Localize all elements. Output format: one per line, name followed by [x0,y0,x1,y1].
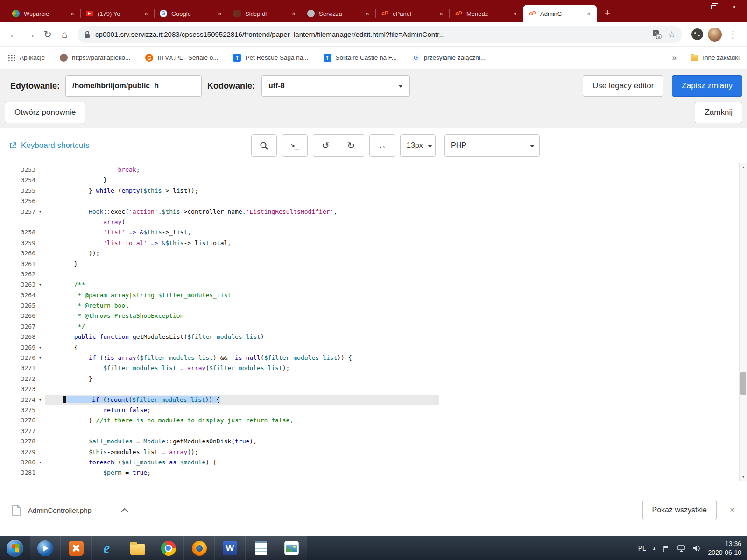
maximize-button[interactable] [703,0,724,14]
redo-button[interactable]: ↻ [338,134,364,157]
code-text[interactable]: if (!count($filter_modules_list)) { [45,395,439,405]
browser-tab[interactable]: (179) Yo× [80,5,154,22]
window-close-button[interactable]: × [724,0,744,14]
browser-tab[interactable]: Wsparcie× [7,5,80,22]
code-text[interactable]: } while (empty($this->_list)); [45,186,439,196]
code-text[interactable]: 'list_total' => &$this->_listTotal, [45,238,439,248]
browser-tab[interactable]: cPMenedż× [449,5,523,22]
encoding-select[interactable]: utf-8 [261,75,410,97]
code-text[interactable]: } //if there is no modules to display ju… [45,415,439,426]
bookmark-item[interactable]: https://parafiapieko... [60,54,130,62]
fold-marker-icon[interactable]: ▾ [35,395,45,405]
code-text[interactable] [45,196,439,206]
taskbar-clock[interactable]: 13:36 2020-06-10 [708,539,741,556]
language-select[interactable]: PHP [444,134,540,157]
taskbar-item-internet-explorer[interactable]: e [92,536,122,560]
fold-marker-icon[interactable]: ▾ [35,457,45,468]
code-text[interactable]: $this->modules_list = array(); [45,447,439,457]
taskbar-item-notepad[interactable] [246,536,276,560]
forward-button[interactable]: → [22,26,39,43]
code-text[interactable]: return false; [45,405,439,415]
collapse-chevron-icon[interactable] [120,508,129,513]
network-icon[interactable] [677,545,685,552]
code-text[interactable]: foreach ($all_modules as $module) { [45,457,439,468]
home-button[interactable]: ⌂ [56,26,73,43]
terminal-button[interactable]: >_ [282,134,308,157]
code-text[interactable]: } [45,259,439,269]
code-text[interactable]: break; [45,165,439,175]
browser-tab[interactable]: Servizza× [302,5,375,22]
address-bar[interactable]: cp0001.srv.servizza.it:2083/cpsess150952… [78,26,682,43]
show-all-button[interactable]: Pokaż wszystkie [642,500,717,520]
bookmark-item[interactable]: Aplikacje [7,54,45,62]
font-size-select[interactable]: 13px [400,134,436,157]
keyboard-shortcuts-link[interactable]: Keyboard shortcuts [9,141,89,150]
code-text[interactable]: array( [45,217,439,227]
flag-icon[interactable] [662,545,670,552]
start-button[interactable] [0,536,30,560]
browser-tab[interactable]: cPcPanel -× [375,5,449,22]
code-text[interactable]: * @return bool [45,301,439,311]
scroll-up-icon[interactable]: ▴ [740,164,747,169]
code-text[interactable]: $perm = true; [45,468,439,478]
tab-close-icon[interactable]: × [216,9,224,18]
code-text[interactable]: 'list' => &$this->_list, [45,227,439,238]
scrollbar-thumb[interactable] [740,372,746,395]
editor-scrollbar[interactable]: ▴ ▾ [739,163,747,481]
bookmark-item[interactable]: fSolitaire Castle na F... [324,54,397,62]
code-text[interactable]: * @param array|string $filter_modules_li… [45,290,439,301]
tab-close-icon[interactable]: × [142,9,150,18]
save-changes-button[interactable]: Zapisz zmiany [672,75,742,97]
taskbar-item-firefox[interactable] [184,536,215,560]
fold-marker-icon[interactable]: ▾ [35,280,45,290]
wrap-toggle-button[interactable]: ↔ [369,134,395,157]
file-path-input[interactable] [65,75,202,97]
browser-tab[interactable]: cPAdminC× [523,5,597,22]
back-button[interactable]: ← [6,26,22,43]
taskbar-item-orange-app[interactable] [61,536,92,560]
volume-icon[interactable] [692,545,701,552]
browser-menu-icon[interactable]: ⋮ [725,26,741,43]
taskbar-item-word[interactable]: W [215,536,246,560]
hidden-icons-chevron[interactable]: ▴ [653,545,656,551]
tab-close-icon[interactable]: × [363,9,372,18]
tab-close-icon[interactable]: × [289,9,298,18]
fold-marker-icon[interactable]: ▾ [35,207,45,217]
browser-tab[interactable]: Sklep dl× [228,5,302,22]
fold-marker-icon[interactable]: ▾ [35,353,45,363]
browser-tab[interactable]: GGoogle× [154,5,228,22]
search-button[interactable] [251,134,277,157]
reopen-button[interactable]: Otwórz ponownie [5,102,85,123]
keyboard-language[interactable]: PL [638,545,646,552]
taskbar-item-file-explorer[interactable] [122,536,153,560]
tab-close-icon[interactable]: × [585,9,593,18]
taskbar-item-chrome[interactable] [153,536,184,560]
taskbar-item-photo-viewer[interactable] [276,536,307,560]
code-text[interactable]: /** [45,280,439,290]
profile-avatar[interactable] [708,28,722,42]
code-text[interactable]: if (!is_array($filter_modules_list) && !… [45,353,439,363]
code-text[interactable]: public function getModulesList($filter_m… [45,332,439,342]
new-tab-button[interactable]: + [600,6,614,20]
reload-button[interactable]: ↻ [39,26,56,43]
code-text[interactable]: if ($module->id) { [45,478,439,481]
code-text[interactable]: Hook::exec('action'.$this->controller_na… [45,207,439,217]
code-editor[interactable]: 3253 break;3254 }3255 } while (empty($th… [0,163,747,481]
code-text[interactable]: $all_modules = Module::getModulesOnDisk(… [45,436,439,447]
close-editor-button[interactable]: Zamknij [695,102,742,123]
code-text[interactable]: * @throws PrestaShopException [45,311,439,321]
other-bookmarks[interactable]: Inne zakładki [691,54,740,61]
translate-icon[interactable]: A a [652,30,662,39]
undo-button[interactable]: ↺ [313,134,338,157]
minimize-button[interactable] [683,0,703,14]
code-text[interactable] [45,384,439,394]
tab-close-icon[interactable]: × [437,9,445,18]
taskbar-item-media-player[interactable] [30,536,61,560]
code-text[interactable] [45,426,439,436]
tab-close-icon[interactable]: × [68,9,77,18]
code-text[interactable]: } [45,175,439,185]
code-text[interactable] [45,269,439,280]
bookmark-star-icon[interactable]: ☆ [668,29,676,40]
code-text[interactable]: $filter_modules_list = array($filter_mod… [45,363,439,373]
legacy-editor-button[interactable]: Use legacy editor [583,75,663,97]
